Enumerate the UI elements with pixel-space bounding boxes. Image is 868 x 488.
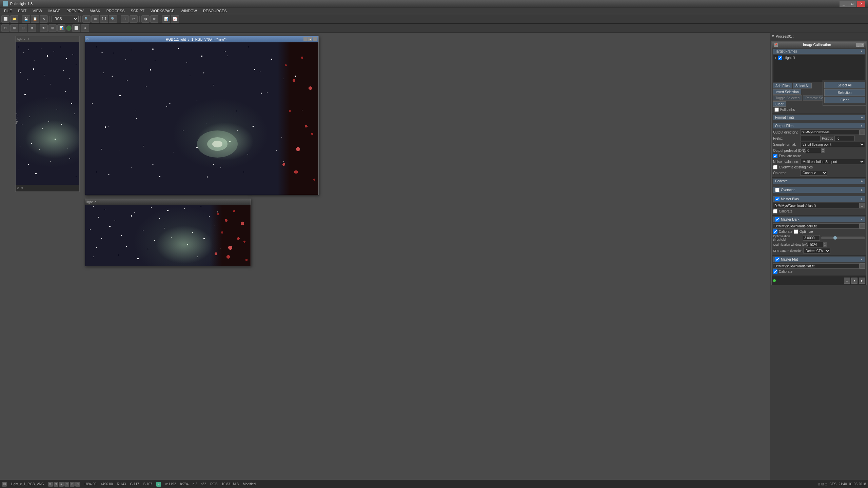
cfa-pattern-select[interactable]: Detect CFA Mosaic Bayer None [803, 248, 830, 253]
tile-btn[interactable]: ⊞ [10, 24, 18, 32]
close-img-btn[interactable]: ✕ [40, 15, 48, 23]
target-list[interactable]: 1 □ light.fit [773, 55, 865, 82]
new-btn[interactable]: ⬜ [1, 15, 9, 23]
menu-window[interactable]: WINDOW [178, 8, 200, 14]
bw-btn[interactable]: ⬜ [72, 24, 80, 32]
target-item-1-checkbox[interactable] [778, 56, 782, 60]
add-files-btn[interactable]: Add Files [773, 83, 792, 88]
hist-btn[interactable]: 📊 [162, 15, 170, 23]
ic-pin-btn[interactable]: 📌 [774, 43, 778, 47]
minimize-btn[interactable]: _ [840, 1, 848, 7]
pedestal-down[interactable]: ▼ [821, 150, 825, 153]
noise-eval-select[interactable]: Multiresolution Support Iterative k-sigm… [800, 159, 865, 164]
master-dark-path-input[interactable] [773, 223, 860, 229]
ic-min-btn[interactable]: _ [856, 43, 860, 47]
toggle-selected-btn[interactable]: Toggle Selected [773, 95, 802, 101]
menu-script[interactable]: SCRIPT [128, 8, 147, 14]
preview-btn[interactable]: ⊞ [48, 24, 57, 32]
overscan-checkbox[interactable] [775, 188, 780, 192]
image-window2[interactable]: light_c_1 [85, 199, 251, 266]
save-btn[interactable]: 💾 [22, 15, 30, 23]
master-dark-calibrate-checkbox[interactable] [773, 229, 777, 234]
menu-file[interactable]: FILE [1, 8, 15, 14]
mask-btn[interactable]: ◑ [141, 15, 150, 23]
select-all-btn[interactable]: Select All [793, 83, 812, 88]
play-btn[interactable]: ▶ [156, 482, 161, 487]
master-flat-path-input[interactable] [773, 263, 860, 269]
select-all-sel-btn[interactable]: Select All [824, 82, 865, 88]
menu-view[interactable]: VIEW [30, 8, 45, 14]
master-dark-header[interactable]: Master Dark ▼ [773, 217, 865, 222]
menu-resources[interactable]: RESOURCES [200, 8, 230, 14]
image-window[interactable]: □ RGB 1:1 light_c_1_RGB_VNG | <*new*> _ … [85, 36, 319, 195]
stat-btn[interactable]: 📈 [171, 15, 179, 23]
output-files-header[interactable]: Output Files ▼ [773, 123, 865, 128]
target-frames-header[interactable]: Target Frames ▼ [773, 49, 865, 54]
iw-min-btn[interactable]: _ [303, 37, 308, 41]
opt-window-down[interactable]: ▼ [823, 245, 827, 247]
master-flat-header[interactable]: Master Flat ▼ [773, 257, 865, 262]
pedestal-up[interactable]: ▲ [821, 148, 825, 150]
master-dark-checkbox[interactable] [775, 217, 780, 222]
pedestal-header[interactable]: Pedestal ▶ [773, 179, 865, 184]
zoom-fit-btn[interactable]: ⊞ [91, 15, 99, 23]
master-dark-browse-btn[interactable]: ... [860, 223, 865, 229]
master-bias-checkbox[interactable] [775, 197, 780, 201]
output-dir-browse-btn[interactable]: ... [860, 129, 865, 135]
clear-btn[interactable]: Clear [773, 101, 786, 107]
save-as-btn[interactable]: 📋 [31, 15, 39, 23]
invert-selection-btn[interactable]: Invert Selection [773, 89, 801, 95]
color-model-select[interactable]: RGB [52, 16, 79, 22]
clear-sel-btn[interactable]: Clear [824, 97, 865, 103]
mask2-btn[interactable]: ⊕ [150, 15, 158, 23]
tile2-btn[interactable]: ⊟ [19, 24, 27, 32]
col-btn[interactable] [66, 25, 72, 31]
format-hints-header[interactable]: Format Hints ▶ [773, 115, 865, 120]
fit-btn[interactable]: ⊡ [121, 15, 129, 23]
menu-process[interactable]: PROCESS [104, 8, 127, 14]
new2-btn[interactable]: □ [1, 24, 9, 32]
ic-bottom-btn3[interactable]: ▶ [859, 278, 865, 284]
master-flat-calibrate-checkbox[interactable] [773, 269, 777, 274]
master-bias-header[interactable]: Master Bias ▼ [773, 196, 865, 202]
menu-preview[interactable]: PREVIEW [64, 8, 86, 14]
sample-format-select[interactable]: 32-bit floating point 64-bit floating po… [800, 142, 865, 147]
postfix-input[interactable] [834, 136, 855, 141]
overscan-header[interactable]: Overscan ▶ [773, 187, 865, 193]
menu-edit[interactable]: EDIT [15, 8, 29, 14]
evaluate-noise-checkbox[interactable] [773, 154, 777, 158]
opt-window-up[interactable]: ▲ [823, 242, 827, 245]
master-bias-path-input[interactable] [773, 203, 860, 208]
selection-btn[interactable]: Selection [824, 89, 865, 96]
restore-btn[interactable]: □ [848, 1, 856, 7]
view-btn[interactable]: 👁 [40, 24, 48, 32]
master-flat-checkbox[interactable] [775, 257, 780, 262]
close-btn[interactable]: ✕ [857, 1, 865, 7]
output-dir-input[interactable] [800, 129, 860, 135]
zoom-out-btn[interactable]: 🔍 [109, 15, 117, 23]
ic-close-btn[interactable]: × [860, 43, 864, 47]
ic-bottom-btn2[interactable]: ▼ [851, 278, 857, 284]
zoom-in-btn[interactable]: 🔍 [82, 15, 91, 23]
menu-workspace[interactable]: WORKSPACE [148, 8, 177, 14]
opt-window-input[interactable] [808, 242, 823, 247]
master-bias-browse-btn[interactable]: ... [860, 203, 865, 208]
image-window-controls[interactable]: _ + × [303, 37, 317, 41]
tile3-btn[interactable]: ⊠ [28, 24, 36, 32]
menu-image[interactable]: IMAGE [45, 8, 63, 14]
menu-mask[interactable]: MASK [87, 8, 103, 14]
opt-threshold-slider[interactable] [821, 237, 865, 239]
open-btn[interactable]: 📁 [10, 15, 18, 23]
output-pedestal-input[interactable] [806, 148, 821, 153]
overwrite-checkbox[interactable] [773, 165, 777, 169]
full-paths-checkbox[interactable] [774, 107, 779, 112]
crop-btn[interactable]: ✂ [130, 15, 138, 23]
master-flat-browse-btn[interactable]: ... [860, 263, 865, 269]
master-dark-optimize-checkbox[interactable] [794, 229, 798, 234]
iw-close-btn[interactable]: × [313, 37, 317, 41]
prefix-input[interactable] [800, 136, 821, 141]
on-error-select[interactable]: Continue Abort Ask user [800, 170, 827, 176]
hist2-btn[interactable]: 📊 [57, 24, 65, 32]
ic-bottom-btn1[interactable]: □ [844, 278, 850, 284]
zoom-1-btn[interactable]: 1:1 [100, 15, 108, 23]
